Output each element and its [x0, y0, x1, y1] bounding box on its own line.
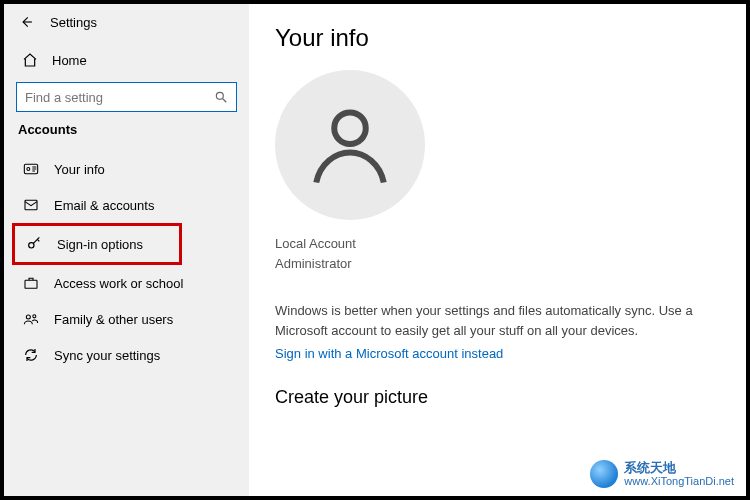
- svg-point-7: [33, 315, 36, 318]
- search-icon: [214, 90, 228, 104]
- svg-point-0: [216, 92, 223, 99]
- sidebar-item-family-users[interactable]: Family & other users: [12, 301, 241, 337]
- sidebar-nav: Your info Email & accounts Sign-in optio…: [12, 151, 241, 373]
- sidebar-item-label: Email & accounts: [54, 198, 154, 213]
- back-button[interactable]: [18, 14, 34, 30]
- watermark-cn: 系统天地: [624, 461, 734, 475]
- svg-rect-5: [25, 280, 37, 288]
- main-content: Your info Local Account Administrator Wi…: [249, 4, 746, 496]
- sidebar-home-label: Home: [52, 53, 87, 68]
- sidebar-home[interactable]: Home: [12, 44, 241, 76]
- account-type: Local Account Administrator: [275, 234, 720, 273]
- sidebar-item-label: Sign-in options: [57, 237, 143, 252]
- sidebar-item-sync[interactable]: Sync your settings: [12, 337, 241, 373]
- sidebar-item-label: Sync your settings: [54, 348, 160, 363]
- sidebar-item-label: Your info: [54, 162, 105, 177]
- sidebar-item-label: Access work or school: [54, 276, 183, 291]
- svg-point-8: [334, 112, 366, 144]
- page-title: Your info: [275, 24, 720, 52]
- ms-account-blurb: Windows is better when your settings and…: [275, 301, 715, 340]
- person-icon: [305, 100, 395, 190]
- sidebar-item-your-info[interactable]: Your info: [12, 151, 241, 187]
- mail-icon: [22, 197, 40, 213]
- home-icon: [22, 52, 38, 68]
- svg-point-2: [27, 168, 30, 171]
- sync-icon: [22, 347, 40, 363]
- window-title: Settings: [50, 15, 97, 30]
- sidebar-item-work-school[interactable]: Access work or school: [12, 265, 241, 301]
- ms-signin-link[interactable]: Sign in with a Microsoft account instead: [275, 346, 720, 361]
- search-box[interactable]: [16, 82, 237, 112]
- search-input[interactable]: [25, 90, 214, 105]
- badge-icon: [22, 161, 40, 177]
- sidebar-item-email-accounts[interactable]: Email & accounts: [12, 187, 241, 223]
- account-type-line1: Local Account: [275, 234, 720, 254]
- key-icon: [25, 236, 43, 252]
- watermark-url: www.XiTongTianDi.net: [624, 475, 734, 487]
- account-type-line2: Administrator: [275, 254, 720, 274]
- settings-sidebar: Settings Home Accounts Your info: [4, 4, 249, 496]
- svg-point-6: [26, 315, 30, 319]
- sidebar-item-label: Family & other users: [54, 312, 173, 327]
- sidebar-item-signin-options[interactable]: Sign-in options: [12, 223, 182, 265]
- back-arrow-icon: [19, 15, 33, 29]
- sidebar-section-title: Accounts: [12, 122, 241, 143]
- svg-rect-3: [25, 200, 37, 209]
- people-icon: [22, 311, 40, 327]
- svg-point-4: [29, 243, 34, 248]
- create-picture-heading: Create your picture: [275, 387, 720, 408]
- avatar: [275, 70, 425, 220]
- watermark: 系统天地 www.XiTongTianDi.net: [590, 460, 734, 488]
- briefcase-icon: [22, 275, 40, 291]
- watermark-logo-icon: [590, 460, 618, 488]
